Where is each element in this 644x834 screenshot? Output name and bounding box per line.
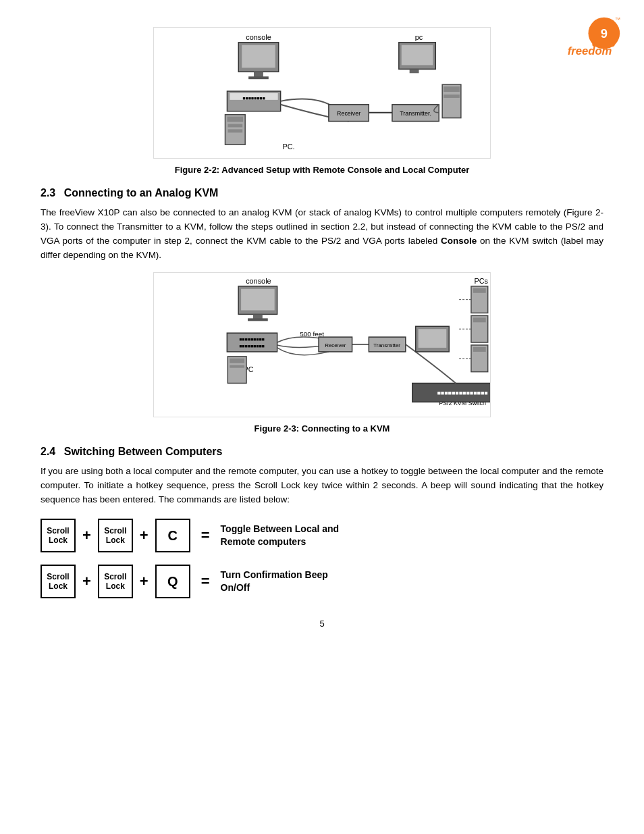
svg-text:■■■■■■■■■: ■■■■■■■■■ — [239, 344, 265, 348]
figure-2-3-container: console ■■■■■■■■■ ■■■■■■■■■ 500 feet Rec… — [41, 272, 603, 419]
figure-2-2-caption: Figure 2-2: Advanced Setup with Remote C… — [41, 165, 603, 175]
svg-rect-63 — [419, 329, 447, 348]
svg-rect-35 — [248, 318, 268, 321]
svg-rect-25 — [402, 45, 433, 66]
key-scroll-lock-4: Scroll Lock — [98, 565, 133, 598]
logo-area: 9 freedom ™ — [556, 14, 624, 66]
svg-text:■■■■■■■■■■■■■■: ■■■■■■■■■■■■■■ — [437, 390, 487, 396]
svg-text:Transmitter.: Transmitter. — [400, 110, 431, 117]
section-2-3-heading: 2.3 Connecting to an Analog KVM — [41, 187, 603, 199]
hotkey-row-1: Scroll Lock + Scroll Lock + C = Toggle B… — [41, 519, 603, 552]
plus-2: + — [140, 527, 149, 544]
section-2-4-body: If you are using both a local computer a… — [41, 465, 603, 507]
equals-2: = — [201, 573, 210, 590]
svg-text:PC.: PC. — [282, 142, 294, 151]
svg-text:Transmitter: Transmitter — [373, 342, 400, 348]
key-scroll-lock-1: Scroll Lock — [41, 519, 76, 552]
key-scroll-lock-2: Scroll Lock — [98, 519, 133, 552]
svg-rect-28 — [444, 86, 460, 92]
hotkey-1-description: Toggle Between Local and Remote computer… — [221, 523, 356, 549]
svg-text:PCs: PCs — [475, 277, 489, 285]
svg-rect-56 — [473, 317, 486, 322]
section-2-4-heading: 2.4 Switching Between Computers — [41, 446, 603, 458]
key-scroll-lock-3: Scroll Lock — [41, 565, 76, 598]
svg-rect-36 — [227, 333, 277, 352]
svg-rect-8 — [242, 45, 275, 68]
svg-rect-17 — [227, 129, 242, 132]
equals-1: = — [201, 527, 210, 544]
svg-rect-10 — [248, 76, 269, 79]
key-q: Q — [155, 565, 190, 598]
svg-text:console: console — [246, 33, 271, 41]
hotkey-row-2: Scroll Lock + Scroll Lock + Q = Turn Con… — [41, 565, 603, 598]
svg-rect-34 — [253, 314, 263, 319]
svg-text:9: 9 — [601, 26, 608, 41]
svg-text:™: ™ — [615, 17, 620, 24]
svg-rect-9 — [254, 72, 263, 77]
plus-3: + — [82, 573, 91, 590]
freedom-logo: 9 freedom ™ — [556, 14, 624, 64]
svg-rect-47 — [230, 358, 244, 363]
svg-rect-48 — [230, 365, 244, 367]
figure-2-2-diagram: console ■■■■■■■■ Receiver Transmitter. p… — [153, 27, 491, 159]
figure-2-3-diagram: console ■■■■■■■■■ ■■■■■■■■■ 500 feet Rec… — [153, 272, 491, 417]
svg-text:pc: pc — [415, 33, 423, 41]
svg-rect-33 — [241, 288, 275, 310]
section-2-3-body: The freeView X10P can also be connected … — [41, 206, 603, 263]
svg-text:■■■■■■■■: ■■■■■■■■ — [242, 96, 265, 101]
plus-4: + — [140, 573, 149, 590]
svg-point-4 — [610, 43, 615, 47]
svg-text:console: console — [246, 277, 271, 285]
svg-rect-58 — [473, 347, 486, 352]
page-number: 5 — [41, 619, 603, 629]
svg-rect-16 — [227, 124, 242, 128]
svg-point-5 — [592, 43, 597, 47]
svg-text:■■■■■■■■■: ■■■■■■■■■ — [239, 337, 265, 342]
svg-rect-29 — [444, 95, 460, 98]
svg-rect-26 — [410, 69, 419, 73]
svg-text:freedom: freedom — [568, 45, 612, 57]
svg-text:Receiver: Receiver — [325, 342, 346, 348]
plus-1: + — [82, 527, 91, 544]
svg-rect-54 — [473, 288, 486, 292]
hotkey-2-description: Turn Confirmation Beep On/Off — [221, 569, 356, 595]
figure-2-3-caption: Figure 2-3: Connecting to a KVM — [41, 423, 603, 434]
key-c: C — [155, 519, 190, 552]
svg-rect-15 — [227, 117, 243, 122]
figure-2-2-container: console ■■■■■■■■ Receiver Transmitter. p… — [41, 27, 603, 161]
svg-text:Receiver: Receiver — [337, 110, 360, 117]
